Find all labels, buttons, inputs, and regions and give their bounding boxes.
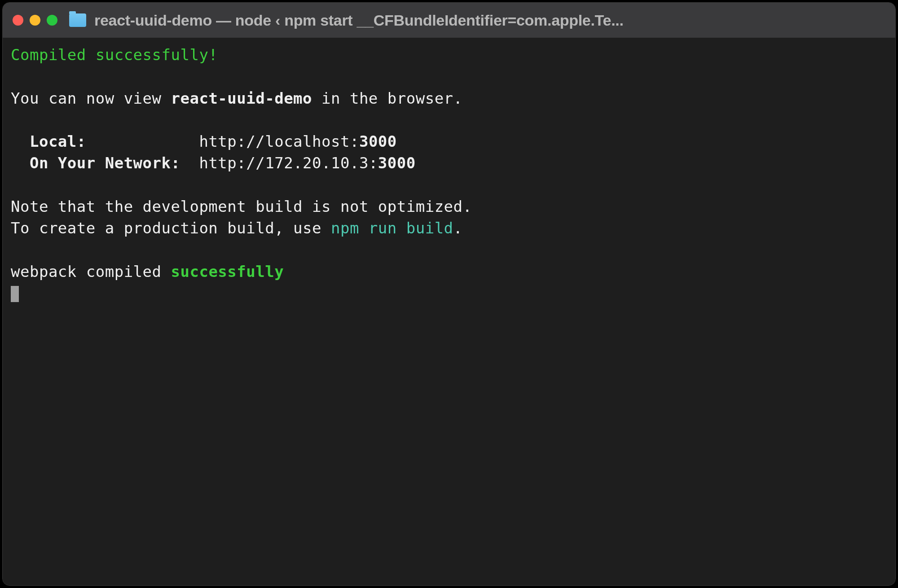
title-bar: react-uuid-demo — node ‹ npm start __CFB… (3, 3, 895, 38)
window-title: react-uuid-demo — node ‹ npm start __CFB… (94, 12, 624, 29)
minimize-button[interactable] (30, 15, 40, 26)
network-label: On Your Network: (30, 154, 180, 172)
maximize-button[interactable] (47, 15, 57, 26)
close-button[interactable] (13, 15, 23, 26)
compile-status: Compiled successfully! (11, 46, 218, 64)
network-url-prefix: http://172.20.10.3: (199, 154, 378, 172)
webpack-status: successfully (171, 263, 284, 281)
view-text-prefix: You can now view (11, 89, 171, 107)
terminal-body[interactable]: Compiled successfully! You can now view … (3, 38, 895, 585)
local-url-prefix: http://localhost: (199, 132, 359, 150)
webpack-prefix: webpack compiled (11, 263, 171, 281)
note-line1: Note that the development build is not o… (11, 197, 472, 215)
terminal-window: react-uuid-demo — node ‹ npm start __CFB… (2, 2, 896, 586)
note-line2-prefix: To create a production build, use (11, 219, 331, 237)
project-name: react-uuid-demo (171, 89, 313, 107)
npm-run-build-cmd: npm run build (331, 219, 453, 237)
folder-icon (69, 13, 86, 27)
local-port: 3000 (359, 132, 397, 150)
local-label: Local: (30, 132, 86, 150)
note-line2-suffix: . (453, 219, 463, 237)
network-port: 3000 (378, 154, 416, 172)
view-text-suffix: in the browser. (312, 89, 463, 107)
traffic-lights (13, 15, 57, 26)
cursor (11, 286, 19, 302)
